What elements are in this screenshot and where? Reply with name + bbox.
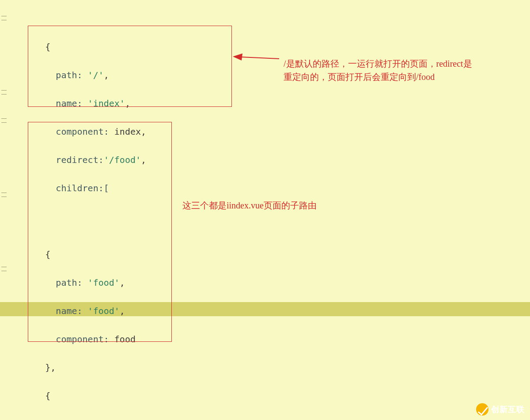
code-line: { — [24, 42, 50, 52]
code-ident: index — [114, 126, 141, 137]
code-key: component: — [24, 334, 114, 344]
code-punct: , — [120, 306, 125, 316]
annotation-text-2: 这三个都是iindex.vue页面的子路由 — [182, 199, 317, 212]
code-gutter — [0, 0, 9, 420]
code-key: path: — [24, 277, 88, 288]
code-punct: , — [141, 126, 146, 137]
watermark-text: 创新互联 — [491, 402, 525, 416]
code-key: name: — [24, 306, 88, 316]
svg-line-0 — [241, 57, 279, 59]
code-line: { — [24, 390, 50, 401]
code-string: '/food' — [104, 155, 141, 165]
code-punct: , — [120, 277, 125, 288]
code-line: { — [24, 249, 50, 260]
code-line: }, — [24, 362, 56, 373]
code-string: 'index' — [88, 98, 125, 109]
code-punct: , — [141, 155, 146, 165]
svg-marker-1 — [233, 53, 242, 61]
annotation-text-1: /是默认的路径，一运行就打开的页面，redirect是 重定向的，页面打开后会重… — [284, 57, 472, 83]
arrow-icon — [233, 51, 279, 68]
watermark: 创新互联 — [476, 402, 525, 416]
code-string: 'food' — [88, 277, 120, 288]
code-key: children:[ — [24, 183, 109, 193]
code-string: '/' — [88, 70, 104, 80]
fold-mark-icon — [1, 90, 7, 95]
code-punct: , — [125, 98, 130, 109]
code-key: component: — [24, 126, 114, 137]
code-key: redirect: — [24, 155, 104, 165]
fold-mark-icon — [1, 118, 7, 123]
fold-mark-icon — [1, 193, 7, 197]
code-punct: , — [104, 70, 109, 80]
fold-mark-icon — [1, 267, 7, 271]
code-ident: food — [114, 334, 136, 344]
watermark-logo-icon — [476, 403, 488, 416]
code-key: path: — [24, 70, 88, 80]
fold-mark-icon — [1, 16, 7, 20]
code-string: 'food' — [88, 306, 120, 316]
code-key: name: — [24, 98, 88, 109]
